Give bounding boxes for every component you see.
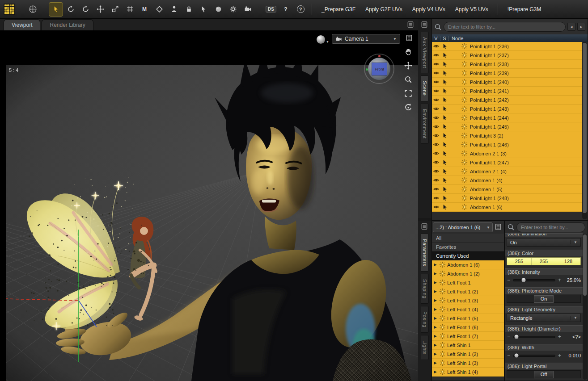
node-selector-dropdown[interactable]: ...2) : Abdomen 1 (6) ▼ xyxy=(433,222,493,232)
scene-node-row[interactable]: PointLight 1 (241) xyxy=(432,87,582,96)
powerpose-tool-icon[interactable]: M xyxy=(138,3,151,16)
color-b-value[interactable]: 128 xyxy=(556,258,580,265)
zoom-magnifier-icon[interactable] xyxy=(403,74,414,85)
selection-pointer-icon[interactable] xyxy=(440,88,449,94)
universal-manipulator-icon[interactable] xyxy=(26,3,39,16)
parameter-group-row[interactable]: ▶ Left Foot 1 (7) xyxy=(432,332,504,341)
parameter-group-row[interactable]: ▶ Abdomen 1 (6) xyxy=(432,260,504,269)
parameter-filter-item[interactable]: Favorites xyxy=(432,243,504,251)
visibility-eye-icon[interactable] xyxy=(432,79,440,85)
help-icon[interactable]: ? xyxy=(294,3,307,16)
visibility-eye-icon[interactable] xyxy=(432,168,440,175)
viewport-options-icon[interactable] xyxy=(405,34,414,43)
intensity-slider[interactable] xyxy=(513,279,555,281)
side-tab[interactable]: Environment xyxy=(421,104,429,144)
visibility-eye-icon[interactable] xyxy=(432,141,440,148)
visibility-eye-icon[interactable] xyxy=(432,177,440,184)
color-value-row[interactable]: 255 255 128 xyxy=(507,257,581,265)
selection-pointer-icon[interactable] xyxy=(440,168,449,175)
toolbar-action-button[interactable]: Apply V5 UVs xyxy=(450,0,493,18)
nav-back-button[interactable]: ◄ xyxy=(567,23,575,31)
expand-arrow-icon[interactable]: ▶ xyxy=(432,307,439,311)
property-scrollbar-thumb[interactable] xyxy=(583,234,587,296)
parameter-group-row[interactable]: ▶ Left Foot 1 xyxy=(432,278,504,287)
geometry-editor-tool-icon[interactable] xyxy=(152,3,166,16)
viewport-3d-scene[interactable] xyxy=(0,30,418,381)
panel-menu-icon[interactable] xyxy=(420,21,429,29)
column-visibility[interactable]: V xyxy=(432,36,440,41)
selection-pointer-icon[interactable] xyxy=(440,195,449,201)
expand-arrow-icon[interactable]: ▶ xyxy=(432,343,439,347)
selection-pointer-icon[interactable] xyxy=(440,141,449,148)
column-node[interactable]: Node xyxy=(449,36,463,41)
width-slider-handle[interactable] xyxy=(515,354,519,358)
light-geometry-dropdown[interactable]: Rectangle ▼ xyxy=(507,314,581,322)
parameter-group-row[interactable]: ▶ Left Foot 1 (2) xyxy=(432,287,504,296)
height-slider[interactable] xyxy=(513,336,555,338)
expand-arrow-icon[interactable]: ▶ xyxy=(432,272,439,276)
parameter-group-row[interactable]: ▶ Abdomen 1 (2) xyxy=(432,269,504,278)
scene-node-row[interactable]: PointLight 1 (246) xyxy=(432,140,582,149)
camera-lock-icon[interactable] xyxy=(182,3,195,16)
plus-button[interactable]: + xyxy=(558,353,562,358)
expand-arrow-icon[interactable]: ▶ xyxy=(432,325,439,329)
parameter-group-row[interactable]: ▶ Left Shin 1 xyxy=(432,341,504,350)
nav-forward-button[interactable]: ► xyxy=(577,23,585,31)
scene-node-row[interactable]: Abdomen 1 (5) xyxy=(432,185,582,194)
scene-filter-input[interactable] xyxy=(444,22,566,32)
selection-pointer-icon[interactable] xyxy=(440,177,449,184)
visibility-eye-icon[interactable] xyxy=(432,43,440,50)
figure-setup-tool-icon[interactable] xyxy=(167,3,181,16)
pointer-tool-icon[interactable] xyxy=(197,3,210,16)
plus-button[interactable]: + xyxy=(558,334,562,339)
plus-button[interactable]: + xyxy=(558,277,562,283)
drawstyle-sphere-button[interactable]: ▼ xyxy=(317,34,329,45)
expand-arrow-icon[interactable]: ▶ xyxy=(432,361,439,365)
side-tab[interactable]: Shaping xyxy=(421,274,429,304)
selection-pointer-icon[interactable] xyxy=(440,70,449,76)
panel-options-icon[interactable] xyxy=(494,223,503,232)
nav-cube-front-face[interactable]: Front xyxy=(372,63,387,75)
document-tab[interactable]: Viewport xyxy=(4,19,40,30)
parameter-group-row[interactable]: ▶ Left Foot 1 (4) xyxy=(432,305,504,314)
side-tab[interactable]: Scene xyxy=(421,75,429,101)
selection-pointer-icon[interactable] xyxy=(440,52,449,59)
selection-pointer-icon[interactable] xyxy=(440,159,449,166)
visibility-eye-icon[interactable] xyxy=(432,132,440,139)
property-scrollbar[interactable] xyxy=(583,234,587,380)
minus-button[interactable]: − xyxy=(507,277,511,283)
visibility-eye-icon[interactable] xyxy=(432,70,440,76)
color-r-value[interactable]: 255 xyxy=(507,258,532,265)
height-value[interactable]: <?> xyxy=(564,334,581,339)
color-g-value[interactable]: 255 xyxy=(532,258,556,265)
node-selection-tool-icon[interactable] xyxy=(49,3,63,16)
parameter-group-row[interactable]: ▶ Left Shin 1 (4) xyxy=(432,368,504,377)
selection-pointer-icon[interactable] xyxy=(440,61,449,67)
width-value[interactable]: 0.010 xyxy=(564,353,581,358)
side-tab[interactable]: Posing xyxy=(421,306,429,333)
scene-node-row[interactable]: PointLight 1 (243) xyxy=(432,105,582,113)
viewport-3d[interactable]: 5 : 4 ▼ Camera 1 ▼ Front xyxy=(0,30,418,381)
document-tab[interactable]: Render Library xyxy=(42,19,93,30)
scale-tool-icon[interactable] xyxy=(108,3,122,16)
scene-node-row[interactable]: PointLight 1 (237) xyxy=(432,51,582,60)
camera-selector-dropdown[interactable]: Camera 1 ▼ xyxy=(332,34,400,44)
scene-node-row[interactable]: Abdomen 1 (4) xyxy=(432,176,582,185)
toolbar-action-button[interactable]: Apply G2F UVs xyxy=(360,0,407,18)
daz-studio-badge-icon[interactable]: DS xyxy=(264,3,278,16)
visibility-eye-icon[interactable] xyxy=(432,96,440,103)
visibility-eye-icon[interactable] xyxy=(432,186,440,193)
expand-arrow-icon[interactable]: ▶ xyxy=(432,289,439,293)
scene-node-row[interactable]: PointLight 1 (239) xyxy=(432,69,582,78)
visibility-eye-icon[interactable] xyxy=(432,88,440,94)
view-navigation-cube[interactable]: Front xyxy=(364,54,394,84)
selection-pointer-icon[interactable] xyxy=(440,132,449,139)
toolbar-action-button[interactable]: _Prepare G3F xyxy=(317,0,360,18)
prepare-g3m-button[interactable]: !Prepare G3M xyxy=(503,0,546,18)
visibility-eye-icon[interactable] xyxy=(432,105,440,112)
scene-scrollbar-thumb[interactable] xyxy=(583,43,587,213)
scene-node-row[interactable]: PointLight 1 (238) xyxy=(432,60,582,69)
property-filter-input[interactable] xyxy=(516,222,585,232)
daz-logo-icon[interactable] xyxy=(3,3,16,16)
visibility-eye-icon[interactable] xyxy=(432,159,440,166)
